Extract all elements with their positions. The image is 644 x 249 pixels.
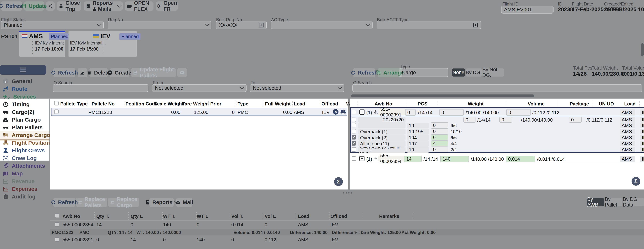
column-header[interactable]: Load bbox=[624, 101, 636, 107]
sidebar-item-crew-log[interactable]: Crew Log bbox=[3, 154, 37, 162]
bottom-refresh-button[interactable]: Refresh bbox=[53, 198, 75, 207]
row-checkbox[interactable] bbox=[54, 110, 58, 114]
delete-button[interactable]: Delete bbox=[90, 68, 108, 77]
load-chip[interactable]: AMS bbox=[620, 141, 635, 146]
column-header[interactable]: Package bbox=[570, 101, 589, 107]
load-chip[interactable]: AMS bbox=[620, 117, 635, 123]
column-header[interactable]: Scale Weight bbox=[154, 101, 183, 107]
column-header[interactable]: Remarks bbox=[379, 214, 399, 219]
page-scrollbar-thumb[interactable] bbox=[641, 43, 644, 56]
sub-row-checkbox[interactable]: ✓ bbox=[352, 135, 356, 140]
open-flex-button[interactable]: OPEN FLEX bbox=[125, 2, 154, 10]
column-header[interactable]: Position Code bbox=[126, 101, 158, 107]
pcs-input[interactable]: 0 bbox=[405, 109, 416, 116]
arrange-button[interactable]: Arrange bbox=[378, 68, 402, 77]
awb-row-checkbox[interactable] bbox=[352, 156, 356, 161]
bottom-reports-button[interactable]: Reports bbox=[150, 198, 174, 207]
column-header[interactable]: Prior bbox=[210, 101, 222, 107]
bulk-reg-input[interactable]: XX-XXX bbox=[216, 21, 267, 29]
dim-row-checkbox[interactable] bbox=[352, 118, 356, 122]
sidebar-item-expenses[interactable]: Expenses bbox=[3, 185, 37, 192]
awb-number-chip[interactable]: 555-00002354 bbox=[378, 156, 406, 162]
sidebar-item-cargo[interactable]: Cargo(2) bbox=[3, 108, 34, 116]
offload-chip[interactable]: IEV bbox=[640, 129, 644, 134]
sidebar-item-audit-log[interactable]: ? Audit log bbox=[3, 193, 36, 200]
view-toggle-by-dg-data[interactable]: By DG Data bbox=[623, 198, 644, 206]
column-header[interactable]: Full Weight bbox=[265, 101, 291, 107]
flight-status-select[interactable]: Planned bbox=[1, 21, 104, 29]
sidebar-item-plan-pallets[interactable]: Plan Pallets bbox=[3, 124, 42, 131]
create-button[interactable]: Create bbox=[110, 68, 129, 77]
load-chip[interactable]: AMS bbox=[620, 109, 635, 116]
pallets-search-input[interactable] bbox=[53, 84, 148, 92]
column-header[interactable]: Qty L bbox=[130, 214, 143, 219]
offload-chip[interactable]: IEV bbox=[640, 156, 644, 162]
replace-cargo-button[interactable]: Replace Cargo bbox=[108, 198, 139, 207]
pallets-refresh-button[interactable]: Refresh bbox=[53, 68, 75, 77]
sidebar-item-plan-cargo[interactable]: Plan Cargo bbox=[3, 116, 41, 124]
row-checkbox[interactable] bbox=[55, 222, 59, 227]
sidebar-item-attachments[interactable]: Attachments bbox=[3, 162, 45, 170]
volume-input[interactable]: 0 bbox=[569, 117, 582, 123]
awb-number-chip[interactable]: 555-00002391 bbox=[378, 109, 406, 115]
sidebar-item-timing[interactable]: Timing bbox=[3, 101, 30, 108]
load-chip[interactable]: AMS bbox=[620, 123, 635, 128]
update-button[interactable]: Update bbox=[24, 2, 44, 10]
expand-row-icon[interactable]: + bbox=[359, 156, 364, 161]
offload-chip[interactable]: IEV bbox=[640, 123, 644, 128]
offload-chip[interactable]: IEV bbox=[640, 135, 644, 140]
offload-chip[interactable]: IEV bbox=[640, 141, 644, 146]
column-header[interactable]: Qty T. bbox=[96, 214, 109, 219]
column-header[interactable]: Tare Weight bbox=[182, 101, 209, 107]
weight-input[interactable]: 0 bbox=[499, 117, 512, 123]
type-input[interactable]: Cargo bbox=[399, 68, 448, 77]
panel-splitter-handle[interactable]: •••• bbox=[343, 190, 353, 196]
column-header[interactable]: Vol L bbox=[265, 214, 276, 219]
sub-row-qty-input[interactable]: 0 bbox=[431, 128, 448, 134]
sidebar-item-flight-crews[interactable]: Flight Crews bbox=[3, 147, 45, 154]
view-toggle-by-awb[interactable]: By AWB bbox=[587, 198, 604, 206]
pallets-mail-button[interactable] bbox=[177, 68, 187, 77]
offload-chip[interactable]: IEV bbox=[640, 109, 644, 116]
dg-filter-by-not-dg[interactable]: By Not DG. bbox=[482, 68, 504, 76]
pcs-input[interactable]: 0 bbox=[464, 117, 476, 123]
sidebar-item-general[interactable]: i General bbox=[3, 78, 32, 85]
volume-input[interactable]: 0 bbox=[506, 109, 531, 116]
grid-plus-icon[interactable] bbox=[473, 22, 478, 28]
weight-input[interactable]: 140 bbox=[440, 156, 469, 162]
column-header[interactable]: Awb No bbox=[62, 214, 80, 219]
clear-button[interactable] bbox=[78, 68, 87, 77]
close-trip-button[interactable]: Close Trip bbox=[57, 2, 81, 10]
column-header[interactable]: Volume bbox=[528, 101, 544, 107]
row-checkbox[interactable] bbox=[55, 237, 59, 242]
sub-row-qty-input[interactable]: 0 bbox=[431, 122, 448, 128]
column-header[interactable]: Offload bbox=[322, 101, 338, 107]
column-header[interactable]: Pallete No bbox=[92, 101, 114, 107]
collapse-row-icon[interactable]: − bbox=[359, 110, 364, 114]
sub-row-checkbox[interactable] bbox=[352, 129, 356, 134]
sidebar-item-route[interactable]: Route bbox=[3, 85, 27, 93]
select-all-checkbox[interactable] bbox=[54, 101, 58, 106]
bottom-mail-button[interactable]: Mail bbox=[176, 198, 192, 207]
pcs-input[interactable]: 14 bbox=[404, 156, 422, 162]
bulk-acft-input[interactable] bbox=[376, 21, 481, 29]
reports-mails-button[interactable]: Reports & Mails bbox=[84, 2, 123, 10]
load-chip[interactable]: AMS bbox=[620, 129, 635, 134]
column-header[interactable]: Vol T. bbox=[231, 214, 244, 219]
grid-plus-icon[interactable] bbox=[259, 22, 264, 28]
remove-pallet-icon[interactable]: × bbox=[333, 109, 338, 114]
column-header[interactable]: UN UD bbox=[599, 101, 614, 107]
column-header[interactable]: Type bbox=[238, 101, 248, 107]
select-all-checkbox[interactable] bbox=[55, 214, 59, 218]
column-header[interactable]: Load bbox=[294, 101, 305, 107]
volume-input[interactable]: 0.014 bbox=[506, 156, 535, 162]
sub-row-checkbox[interactable]: ✓ bbox=[352, 141, 356, 146]
sidebar-item-map[interactable]: Map bbox=[3, 170, 23, 177]
sidebar-collapse-button[interactable] bbox=[0, 65, 46, 75]
dg-filter-none[interactable]: None bbox=[452, 68, 465, 76]
reg-no-select[interactable] bbox=[108, 21, 211, 29]
column-header[interactable]: Weight bbox=[468, 101, 484, 107]
sub-row-checkbox[interactable] bbox=[352, 123, 356, 128]
sidebar-item-services[interactable]: ✈✓ Services bbox=[3, 93, 36, 100]
share-button[interactable] bbox=[46, 2, 54, 10]
